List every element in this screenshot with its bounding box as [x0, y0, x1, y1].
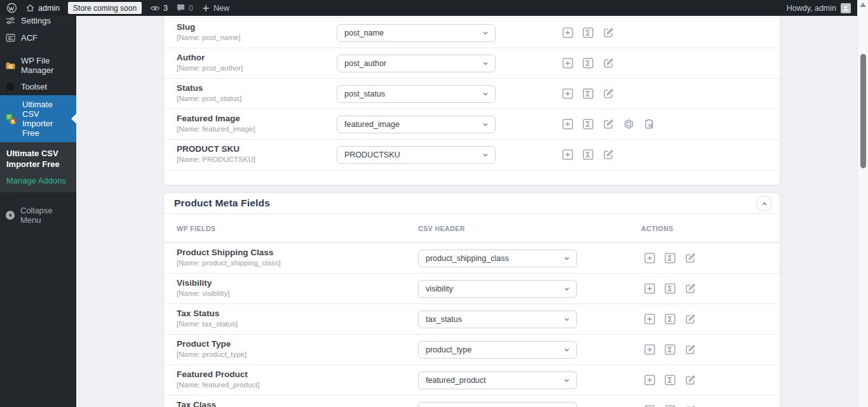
field-name: [Name: featured_image] [177, 125, 255, 133]
sidebar-item-ultimate-csv-importer[interactable]: Ultimate CSV Importer Free [0, 95, 76, 142]
wordpress-admin-page: admin Store coming soon 3 0 New Howdy, a… [0, 0, 868, 407]
field-row-author: Author [Name: post_author] post_author [164, 48, 780, 78]
edit-button[interactable] [603, 149, 614, 160]
column-header-wp-fields: WP FIELDS [177, 225, 215, 232]
add-mapping-button[interactable] [644, 375, 655, 385]
field-label: Tax Status [177, 309, 238, 319]
add-mapping-button[interactable] [562, 88, 573, 99]
plus-icon [201, 4, 210, 13]
field-row-featured-image: Featured Image [Name: featured_image] fe… [164, 109, 780, 139]
howdy-text[interactable]: Howdy, admin [787, 4, 836, 13]
sidebar-item-settings[interactable]: Settings [0, 16, 76, 29]
home-icon [25, 3, 35, 13]
clipboard-search-icon [644, 119, 654, 130]
sidebar-item-acf[interactable]: ACF [0, 29, 76, 46]
field-name: [Name: post_name] [177, 34, 240, 41]
product-meta-fields-card: Product Meta Fields WP FIELDS CSV HEADER… [163, 192, 780, 407]
formula-button[interactable] [665, 253, 675, 264]
media-search-button[interactable] [644, 119, 654, 130]
csv-importer-submenu: Ultimate CSV Importer Free Manage Addons [0, 142, 76, 192]
scrollbar-thumb[interactable] [860, 54, 866, 168]
edit-button[interactable] [603, 119, 614, 130]
add-mapping-button[interactable] [644, 314, 655, 324]
formula-button[interactable] [665, 375, 675, 385]
visibility-menu[interactable]: 3 [150, 3, 168, 13]
submenu-item-csv-importer[interactable]: Ultimate CSV Importer Free [6, 148, 70, 170]
edit-button[interactable] [685, 253, 696, 264]
field-label: Tax Class [177, 400, 216, 407]
csv-header-select[interactable]: post_name [337, 24, 496, 42]
acf-icon [5, 32, 16, 43]
chevron-down-icon [563, 285, 571, 293]
add-mapping-button[interactable] [644, 253, 655, 264]
field-name: [Name: post_status] [177, 95, 241, 102]
field-label: Product Shipping Class [177, 248, 281, 258]
submenu-item-manage-addons[interactable]: Manage Addons [6, 176, 70, 185]
site-name: admin [38, 4, 60, 13]
edit-button[interactable] [603, 88, 614, 99]
section-title: Product Meta Fields [174, 197, 270, 209]
chevron-down-icon [482, 121, 489, 128]
csv-header-select[interactable]: product_shipping_class [418, 250, 577, 267]
coming-soon-badge[interactable]: Store coming soon [68, 2, 142, 14]
csv-header-select[interactable]: tax_status [418, 310, 577, 328]
edit-button[interactable] [685, 283, 696, 294]
admin-bar: admin Store coming soon 3 0 New Howdy, a… [0, 0, 857, 16]
sidebar-item-label: ACF [21, 33, 37, 43]
openai-generate-button[interactable] [623, 119, 634, 130]
section-collapse-button[interactable] [756, 196, 772, 211]
sidebar-item-toolset[interactable]: Toolset [0, 78, 76, 95]
csv-header-select[interactable]: post_status [337, 85, 496, 103]
csv-header-select[interactable]: product_type [418, 341, 577, 359]
browser-scrollbar[interactable] [857, 0, 868, 407]
formula-button[interactable] [665, 344, 675, 355]
field-row-tax-class: Tax Class [164, 395, 780, 407]
csv-header-select[interactable]: featured_product [418, 371, 577, 389]
edit-button[interactable] [685, 375, 696, 385]
wordpress-logo-icon[interactable] [6, 3, 17, 13]
add-mapping-button[interactable] [562, 149, 573, 160]
new-label: New [214, 4, 229, 13]
field-row-status: Status [Name: post_status] post_status [164, 78, 780, 109]
add-mapping-button[interactable] [562, 119, 573, 130]
sidebar-item-wp-file-manager[interactable]: WP File Manager [0, 53, 76, 78]
add-mapping-button[interactable] [644, 283, 655, 294]
formula-button[interactable] [583, 119, 593, 130]
edit-button[interactable] [685, 314, 696, 324]
edit-button[interactable] [603, 58, 614, 69]
new-content-menu[interactable]: New [201, 4, 229, 13]
csv-header-select[interactable]: visibility [418, 280, 577, 298]
sidebar-item-label: Ultimate CSV Importer Free [22, 100, 71, 138]
add-mapping-button[interactable] [644, 344, 655, 355]
field-label: Slug [177, 22, 240, 32]
csv-header-select[interactable]: PRODUCTSKU [337, 146, 496, 164]
avatar[interactable] [841, 3, 851, 13]
scrollbar-up-arrow[interactable] [860, 3, 866, 7]
edit-button[interactable] [603, 27, 614, 38]
openai-icon [623, 119, 634, 130]
comments-menu[interactable]: 0 [176, 3, 193, 13]
csv-header-select[interactable]: post_author [337, 55, 496, 72]
collapse-arrow-icon [5, 210, 15, 220]
field-name: [Name: PRODUCTSKU] [177, 156, 255, 163]
column-header-csv-header: CSV HEADER [418, 225, 465, 232]
csv-header-select[interactable] [418, 402, 577, 407]
formula-button[interactable] [583, 88, 593, 99]
add-mapping-button[interactable] [562, 58, 573, 69]
site-name-link[interactable]: admin [25, 3, 60, 13]
formula-button[interactable] [583, 58, 593, 69]
sidebar-item-label: Toolset [21, 82, 47, 91]
formula-button[interactable] [583, 149, 593, 160]
column-headers: WP FIELDS CSV HEADER ACTIONS [164, 214, 780, 243]
formula-button[interactable] [665, 314, 675, 324]
add-mapping-button[interactable] [562, 27, 573, 38]
formula-button[interactable] [583, 27, 593, 38]
collapse-menu-button[interactable]: Collapse Menu [0, 203, 76, 228]
formula-button[interactable] [665, 283, 675, 294]
csv-header-select[interactable]: featured_image [337, 116, 496, 133]
edit-button[interactable] [685, 344, 696, 355]
chevron-down-icon [563, 255, 571, 262]
user-icon [842, 4, 850, 12]
sidebar-item-label: Settings [21, 16, 51, 25]
field-label: PRODUCT SKU [177, 144, 255, 154]
